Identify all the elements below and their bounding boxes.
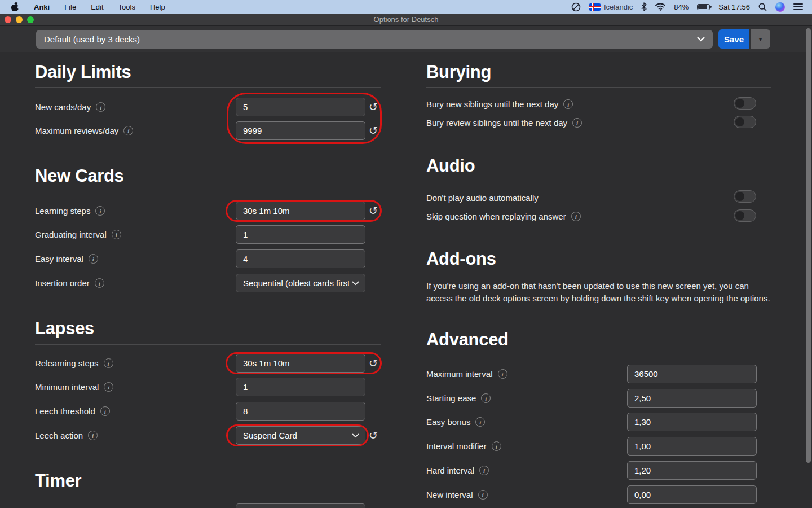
leech-action-select[interactable]: Suspend Card bbox=[236, 426, 365, 445]
hard-interval-input[interactable] bbox=[627, 461, 757, 480]
info-icon[interactable]: i bbox=[479, 466, 489, 475]
row-minimum-interval: Minimum interval i bbox=[35, 378, 113, 396]
menubar-clock[interactable]: Sat 17:56 bbox=[718, 3, 750, 11]
vertical-scrollbar[interactable] bbox=[806, 28, 811, 463]
interval-modifier-input[interactable] bbox=[627, 437, 757, 456]
info-icon[interactable]: i bbox=[104, 382, 113, 392]
info-icon[interactable]: i bbox=[478, 490, 488, 500]
macos-menubar: Anki File Edit Tools Help Icelandic bbox=[0, 0, 812, 14]
iceland-flag-icon bbox=[589, 3, 601, 11]
bluetooth-icon[interactable] bbox=[641, 2, 647, 11]
input-source-label: Icelandic bbox=[604, 3, 633, 11]
menu-file[interactable]: File bbox=[64, 3, 76, 11]
info-icon[interactable]: i bbox=[96, 102, 105, 112]
skip-question-toggle[interactable] bbox=[734, 209, 756, 222]
menu-edit[interactable]: Edit bbox=[91, 3, 103, 11]
field-label: Easy interval bbox=[35, 254, 83, 264]
row-starting-ease: Starting ease i bbox=[426, 389, 491, 408]
window-title: Options for Deutsch bbox=[0, 14, 812, 26]
section-title-timer: Timer bbox=[35, 471, 81, 491]
input-source-item[interactable]: Icelandic bbox=[589, 3, 633, 11]
battery-icon[interactable] bbox=[697, 4, 710, 10]
info-icon[interactable]: i bbox=[104, 358, 113, 368]
row-easy-bonus: Easy bonus i bbox=[426, 413, 485, 431]
save-button[interactable]: Save bbox=[718, 29, 749, 49]
info-icon[interactable]: i bbox=[88, 431, 98, 440]
menu-tools[interactable]: Tools bbox=[118, 3, 135, 11]
spotlight-search-icon[interactable] bbox=[758, 3, 767, 11]
info-icon[interactable]: i bbox=[95, 278, 104, 288]
info-icon[interactable]: i bbox=[571, 212, 581, 221]
info-icon[interactable]: i bbox=[572, 118, 582, 128]
info-icon[interactable]: i bbox=[563, 99, 573, 109]
row-graduating-interval: Graduating interval i bbox=[35, 225, 121, 244]
field-label: Leech action bbox=[35, 431, 83, 440]
info-icon[interactable]: i bbox=[475, 417, 485, 427]
info-icon[interactable]: i bbox=[89, 254, 98, 264]
learning-steps-input[interactable] bbox=[236, 202, 365, 220]
options-toolbar: Default (used by 3 decks) Save ▾ bbox=[0, 26, 812, 52]
reset-icon[interactable]: ↺ bbox=[368, 356, 379, 370]
section-title-new-cards: New Cards bbox=[35, 166, 124, 186]
row-maximum-interval: Maximum interval i bbox=[426, 365, 508, 383]
info-icon[interactable]: i bbox=[100, 406, 110, 416]
section-title-advanced: Advanced bbox=[426, 330, 509, 350]
divider bbox=[35, 192, 381, 192]
minimum-interval-input[interactable] bbox=[236, 378, 365, 396]
divider bbox=[35, 344, 381, 345]
row-bury-new-siblings: Bury new siblings until the next day i bbox=[426, 95, 573, 113]
do-not-disturb-icon[interactable] bbox=[571, 2, 581, 12]
menu-help[interactable]: Help bbox=[150, 3, 165, 11]
field-label: Learning steps bbox=[35, 206, 90, 216]
reset-icon[interactable]: ↺ bbox=[368, 100, 379, 113]
divider bbox=[35, 496, 381, 496]
new-interval-input[interactable] bbox=[627, 485, 757, 504]
info-icon[interactable]: i bbox=[498, 369, 508, 379]
anki-options-window: Anki File Edit Tools Help Icelandic bbox=[0, 0, 812, 508]
siri-icon[interactable] bbox=[775, 2, 785, 12]
field-label: Minimum interval bbox=[35, 382, 99, 392]
window-titlebar: Options for Deutsch bbox=[0, 14, 812, 26]
apple-menu-icon[interactable] bbox=[11, 2, 19, 11]
bury-new-siblings-toggle[interactable] bbox=[734, 97, 756, 110]
graduating-interval-input[interactable] bbox=[236, 225, 365, 244]
preset-dropdown[interactable]: Default (used by 3 decks) bbox=[36, 30, 713, 49]
field-label: Maximum interval bbox=[426, 369, 493, 379]
insertion-order-select[interactable]: Sequential (oldest cards first bbox=[236, 274, 365, 292]
info-icon[interactable]: i bbox=[481, 393, 491, 403]
reset-icon[interactable]: ↺ bbox=[368, 124, 379, 137]
new-cards-day-input[interactable] bbox=[236, 98, 365, 116]
info-icon[interactable]: i bbox=[492, 441, 501, 451]
reset-icon[interactable]: ↺ bbox=[368, 428, 379, 442]
field-label: Skip question when replaying answer bbox=[426, 212, 566, 221]
info-icon[interactable]: i bbox=[123, 126, 133, 135]
save-options-caret-button[interactable]: ▾ bbox=[751, 29, 770, 49]
leech-threshold-input[interactable] bbox=[236, 402, 365, 421]
notification-center-icon[interactable] bbox=[793, 3, 803, 11]
easy-bonus-input[interactable] bbox=[627, 413, 757, 431]
row-hard-interval: Hard interval i bbox=[426, 461, 489, 480]
field-label: Don't play audio automatically bbox=[426, 193, 539, 203]
row-skip-question: Skip question when replaying answer i bbox=[426, 207, 581, 226]
wifi-icon[interactable] bbox=[655, 3, 665, 11]
info-icon[interactable]: i bbox=[112, 230, 121, 239]
battery-percent: 84% bbox=[674, 3, 689, 11]
info-icon[interactable]: i bbox=[95, 206, 105, 216]
reset-icon[interactable]: ↺ bbox=[368, 204, 379, 217]
row-dont-play-audio: Don't play audio automatically bbox=[426, 189, 539, 207]
maximum-interval-input[interactable] bbox=[627, 365, 757, 383]
starting-ease-input[interactable] bbox=[627, 389, 757, 408]
easy-interval-input[interactable] bbox=[236, 249, 365, 268]
row-easy-interval: Easy interval i bbox=[35, 249, 98, 268]
bury-review-siblings-toggle[interactable] bbox=[734, 116, 756, 128]
timer-input-partial[interactable] bbox=[236, 503, 365, 508]
divider bbox=[426, 275, 771, 275]
field-label: Interval modifier bbox=[426, 441, 487, 451]
dont-play-audio-toggle[interactable] bbox=[734, 190, 756, 203]
field-label: Easy bonus bbox=[426, 417, 470, 427]
row-leech-threshold: Leech threshold i bbox=[35, 402, 110, 421]
section-title-audio: Audio bbox=[426, 156, 475, 176]
max-reviews-day-input[interactable] bbox=[236, 121, 365, 140]
relearning-steps-input[interactable] bbox=[236, 354, 365, 373]
menubar-app-name[interactable]: Anki bbox=[34, 3, 50, 11]
